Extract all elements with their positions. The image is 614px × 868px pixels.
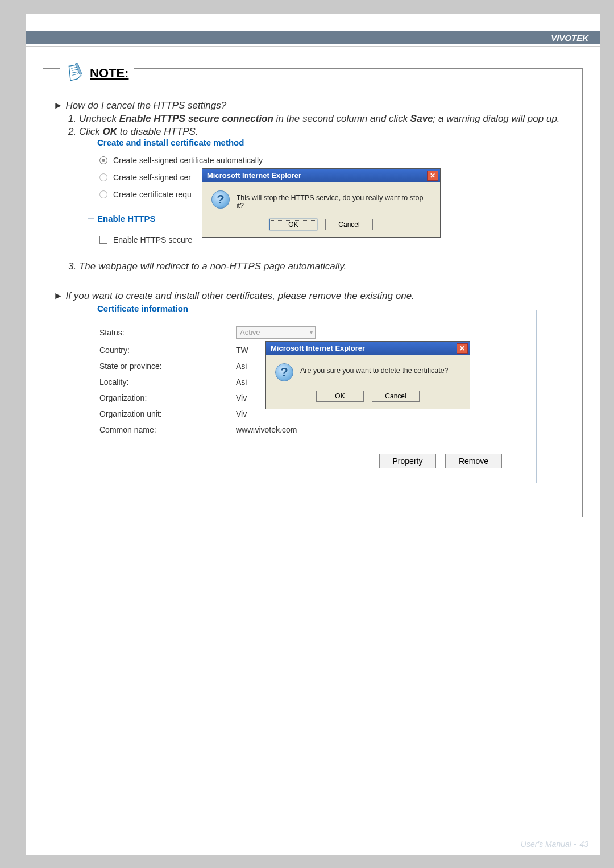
close-icon[interactable]: ✕ [457, 343, 468, 354]
note-box: NOTE: How do I cancel the HTTPS settings… [43, 68, 583, 517]
page: VIVOTEK NOTE: How do I cancel the HTTPS … [26, 14, 600, 855]
step2-suffix: to disable HTTPS. [117, 126, 198, 137]
radio-manual-label: Create self-signed cer [113, 173, 191, 182]
close-icon[interactable]: ✕ [427, 171, 438, 181]
enable-https-label: Enable HTTPS secure [113, 235, 192, 244]
ie-dialog-stop-https: Microsoft Internet Explorer ✕ ? This wil… [202, 168, 441, 238]
ie-dialog1-title: Microsoft Internet Explorer [207, 171, 301, 180]
ie-dialog-delete-cert: Microsoft Internet Explorer ✕ ? Are you … [265, 341, 470, 409]
step-1: 1. Uncheck Enable HTTPS secure connectio… [53, 113, 572, 126]
enable-https-checkbox[interactable] [99, 236, 107, 244]
state-value: Asi [236, 362, 247, 371]
country-value: TW [236, 346, 248, 355]
radio-request-label: Create certificate requ [113, 190, 192, 199]
org-unit-value: Viv [236, 409, 247, 418]
step-2: 2. Click OK to disable HTTPS. [53, 126, 572, 139]
enable-https-legend: Enable HTTPS [94, 214, 159, 223]
header-rule [26, 46, 600, 47]
radio-manual-row: Create self-signed cer [99, 173, 191, 182]
question-icon: ? [275, 363, 293, 381]
organization-value: Viv [236, 393, 247, 402]
status-select[interactable]: Active ▾ [236, 326, 316, 339]
status-row: Status: Active ▾ [88, 326, 316, 339]
org-unit-row: Organization unit: Viv [88, 409, 247, 418]
ie-dialog2-title: Microsoft Internet Explorer [271, 344, 365, 352]
radio-auto-label: Create self-signed certificate automatic… [113, 156, 263, 165]
create-cert-fieldset: Create and install certificate method Cr… [88, 144, 525, 252]
state-label: State or province: [88, 362, 236, 371]
locality-row: Locality: Asi [88, 377, 247, 387]
step1-bold2: Save [410, 113, 433, 124]
remove-button[interactable]: Remove [445, 454, 502, 468]
cert-buttons: Property Remove [379, 454, 502, 468]
note-tab: NOTE: [60, 63, 134, 84]
step2-bold: OK [102, 126, 117, 137]
question-1: How do I cancel the HTTPS settings? [53, 100, 572, 111]
step2-prefix: 2. Click [68, 126, 102, 137]
organization-row: Organization: Viv [88, 393, 247, 402]
locality-label: Locality: [88, 377, 236, 387]
locality-value: Asi [236, 377, 247, 387]
cancel-button[interactable]: Cancel [372, 391, 420, 402]
header-bar: VIVOTEK [26, 31, 600, 44]
ok-button[interactable]: OK [316, 391, 364, 402]
enable-https-row: Enable HTTPS secure [99, 235, 192, 244]
cancel-button[interactable]: Cancel [325, 219, 373, 230]
certificate-info-fieldset: Certificate information Status: Active ▾… [88, 310, 537, 483]
step1-suffix: ; a warning dialog will pop up. [433, 113, 560, 124]
country-label: Country: [88, 346, 236, 355]
ok-button[interactable]: OK [269, 219, 317, 230]
org-unit-label: Organization unit: [88, 409, 236, 418]
fieldset1-legend: Create and install certificate method [94, 138, 247, 147]
radio-request-row: Create certificate requ [99, 190, 192, 199]
footer: User's Manual - 43 [521, 840, 588, 849]
property-button[interactable]: Property [379, 454, 436, 468]
brand-text: VIVOTEK [551, 33, 588, 43]
ie-dialog1-titlebar: Microsoft Internet Explorer ✕ [202, 169, 440, 182]
step1-prefix: 1. Uncheck [68, 113, 119, 124]
state-row: State or province: Asi [88, 362, 247, 371]
rule-left [88, 218, 94, 219]
ie-dialog2-message: Are you sure you want to delete the cert… [300, 363, 449, 375]
step-3: 3. The webpage will redirect to a non-HT… [53, 260, 572, 273]
page-number: 43 [579, 840, 588, 849]
ie-dialog1-message: This will stop the HTTPS service, do you… [237, 190, 431, 210]
ie-dialog1-body: ? This will stop the HTTPS service, do y… [202, 182, 440, 215]
ie-dialog1-buttons: OK Cancel [202, 215, 440, 237]
chevron-down-icon: ▾ [310, 329, 313, 335]
note-icon [66, 63, 84, 84]
status-label: Status: [88, 328, 236, 337]
question-icon: ? [211, 190, 230, 209]
organization-label: Organization: [88, 393, 236, 402]
radio-manual[interactable] [99, 173, 107, 181]
note-title: NOTE: [90, 66, 128, 81]
common-name-label: Common name: [88, 425, 236, 434]
note-content: How do I cancel the HTTPS settings? 1. U… [43, 69, 582, 500]
status-value: Active [240, 328, 260, 337]
footer-text: User's Manual - [521, 840, 576, 849]
radio-request[interactable] [99, 190, 107, 198]
question-2: If you want to create and install other … [53, 290, 572, 302]
ie-dialog2-titlebar: Microsoft Internet Explorer ✕ [266, 342, 470, 355]
common-name-row: Common name: www.vivotek.com [88, 425, 297, 434]
country-row: Country: TW [88, 346, 248, 355]
common-name-value: www.vivotek.com [236, 425, 297, 434]
step1-mid: in the second column and click [273, 113, 410, 124]
ie-dialog2-body: ? Are you sure you want to delete the ce… [266, 355, 470, 387]
radio-auto-row: Create self-signed certificate automatic… [99, 156, 263, 165]
step1-bold1: Enable HTTPS secure connection [119, 113, 273, 124]
ie-dialog2-buttons: OK Cancel [266, 387, 470, 409]
radio-auto[interactable] [99, 156, 107, 164]
fieldset2-legend: Certificate information [94, 304, 192, 313]
